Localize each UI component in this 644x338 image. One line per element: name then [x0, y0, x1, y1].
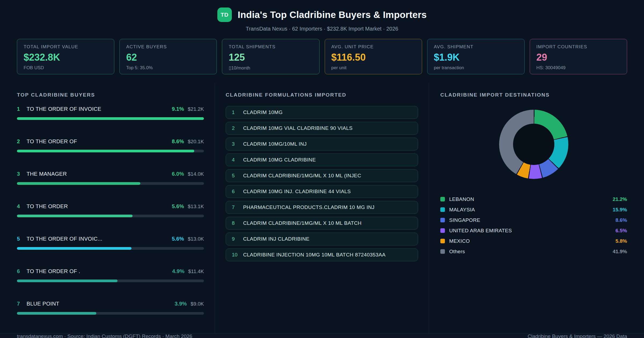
buyer-row: 2 TO THE ORDER OF 8.6% $20.1K [17, 138, 204, 152]
legend-row: MALAYSIA 15.9% [440, 204, 627, 215]
formulation-name: CLADRIM 10MG [243, 109, 283, 115]
buyer-bar-track [17, 150, 204, 152]
stat-sub: per transaction [434, 65, 518, 71]
buyer-rank: 1 [17, 106, 27, 112]
destinations-section-title: CLADRIBINE IMPORT DESTINATIONS [440, 92, 627, 98]
stat-value: 62 [126, 52, 210, 63]
buyer-name: TO THE ORDER OF INVOIC... [27, 236, 102, 242]
buyer-share: 6.0% [172, 171, 184, 177]
formulation-number: 1 [232, 109, 243, 115]
buyer-rank: 2 [17, 138, 27, 145]
buyer-bar-track [17, 247, 204, 250]
stat-sub: ▯10/month [229, 65, 313, 71]
stat-sub: HS: 30049049 [536, 65, 620, 71]
formulation-number: 10 [232, 252, 243, 258]
formulation-number: 6 [232, 189, 243, 194]
footer-source-text: transdatanexus.com · Source: Indian Cust… [17, 333, 192, 338]
legend-label: Others [449, 249, 465, 255]
stat-value: $116.50 [331, 52, 415, 63]
stat-card-import-countries: IMPORT COUNTRIES 29 HS: 30049049 [530, 39, 627, 74]
legend-percent: 41.9% [613, 249, 627, 255]
buyer-row: 7 BLUE POINT 3.9% $9.0K [17, 301, 204, 315]
stat-card-total-import-value: TOTAL IMPORT VALUE $232.8K FOB USD [17, 39, 114, 74]
buyer-bar-track [17, 215, 204, 217]
formulation-number: 4 [232, 157, 243, 163]
buyers-section-title: TOP CLADRIBINE BUYERS [17, 92, 204, 98]
formulation-number: 3 [232, 141, 243, 147]
buyer-rank: 4 [17, 203, 27, 210]
buyer-rank: 3 [17, 171, 27, 177]
legend-label: SINGAPORE [449, 217, 480, 223]
stat-card-avg-shipment: AVG. SHIPMENT $1.9K per transaction [427, 39, 525, 74]
buyer-value: $21.2K [188, 106, 204, 112]
buyer-name: TO THE ORDER OF . [27, 268, 80, 274]
buyer-value: $13.0K [188, 236, 204, 242]
stat-card-total-shipments: TOTAL SHIPMENTS 125 ▯10/month [222, 39, 319, 74]
buyer-bar-fill [17, 215, 133, 217]
panel-top-buyers: TOP CLADRIBINE BUYERS 1 TO THE ORDER OF … [0, 83, 215, 333]
formulation-name: PHARMACEUTICAL PRODUCTS.CLADRIM 10 MG IN… [243, 204, 375, 210]
stat-sub: FOB USD [24, 65, 108, 71]
legend-row: LEBANON 21.2% [440, 194, 627, 204]
buyer-bar-fill [17, 117, 204, 120]
buyer-row: 5 TO THE ORDER OF INVOIC... 5.6% $13.0K [17, 236, 204, 250]
legend-row: SINGAPORE 8.6% [440, 215, 627, 225]
buyer-rank: 7 [17, 301, 27, 307]
formulation-item: 4 CLADRIM 10MG CLADRIBINE [226, 153, 418, 166]
stat-label: TOTAL SHIPMENTS [229, 44, 313, 50]
buyer-name: TO THE ORDER OF [27, 138, 77, 145]
formulation-item: 8 CLADRIM CLADRIBINE/1MG/ML X 10 ML BATC… [226, 217, 418, 230]
legend-swatch [440, 207, 445, 212]
legend-label: UNITED ARAB EMIRATES [449, 228, 512, 234]
legend-percent: 15.9% [613, 207, 627, 213]
legend-swatch [440, 218, 445, 222]
stat-label: AVG. UNIT PRICE [331, 44, 415, 50]
stat-label: AVG. SHIPMENT [434, 44, 518, 50]
legend-label: MEXICO [449, 238, 470, 244]
legend-swatch [440, 239, 445, 243]
brand-badge: TD [217, 8, 232, 22]
formulations-section-title: CLADRIBINE FORMULATIONS IMPORTED [226, 92, 418, 98]
legend-swatch [440, 197, 445, 201]
stat-value: $1.9K [434, 52, 518, 63]
stat-value: 29 [536, 52, 620, 63]
stat-value: 125 [229, 52, 313, 63]
stat-label: IMPORT COUNTRIES [536, 44, 620, 50]
formulation-name: CLADRIM 10MG/10ML INJ [243, 141, 307, 147]
stat-label: ACTIVE BUYERS [126, 44, 210, 50]
buyer-value: $9.0K [191, 301, 204, 307]
buyer-bar-track [17, 312, 204, 315]
main-panels: TOP CLADRIBINE BUYERS 1 TO THE ORDER OF … [0, 83, 644, 333]
buyer-value: $14.0K [188, 171, 204, 177]
formulation-item: 2 CLADRIM 10MG VIAL CLADRIBINE 90 VIALS [226, 122, 418, 135]
stat-value: $232.8K [24, 52, 108, 63]
formulation-item: 3 CLADRIM 10MG/10ML INJ [226, 138, 418, 150]
buyer-row: 6 TO THE ORDER OF . 4.9% $11.4K [17, 268, 204, 282]
buyers-bar-chart: 1 TO THE ORDER OF INVOICE 9.1% $21.2K 2 … [17, 106, 204, 315]
buyer-row: 1 TO THE ORDER OF INVOICE 9.1% $21.2K [17, 106, 204, 120]
legend-swatch [440, 228, 445, 233]
formulation-item: 5 CLADRIM CLADRIBINE/1MG/ML X 10 ML (INJ… [226, 169, 418, 182]
panel-destinations: CLADRIBINE IMPORT DESTINATIONS LEBANON 2… [429, 83, 644, 333]
stat-cards-row: TOTAL IMPORT VALUE $232.8K FOB USD ACTIV… [17, 39, 627, 74]
legend-row: Others 41.9% [440, 246, 627, 257]
buyer-share: 3.9% [175, 301, 187, 307]
legend-percent: 8.6% [616, 217, 627, 223]
formulation-number: 2 [232, 125, 243, 131]
formulation-item: 9 CLADRIM INJ CLADRIBINE [226, 233, 418, 245]
buyer-bar-track [17, 117, 204, 120]
formulation-number: 8 [232, 220, 243, 226]
panel-formulations: CLADRIBINE FORMULATIONS IMPORTED 1 CLADR… [215, 83, 429, 333]
buyer-bar-track [17, 280, 204, 282]
formulations-list: 1 CLADRIM 10MG 2 CLADRIM 10MG VIAL CLADR… [226, 106, 418, 261]
buyer-name: TO THE ORDER OF INVOICE [27, 106, 101, 112]
stat-card-avg-unit-price: AVG. UNIT PRICE $116.50 per unit [325, 39, 422, 74]
buyer-share: 4.9% [172, 268, 185, 274]
buyer-rank: 5 [17, 236, 27, 242]
buyer-row: 4 TO THE ORDER 5.6% $13.1K [17, 203, 204, 217]
formulation-number: 5 [232, 173, 243, 179]
legend-swatch [440, 249, 445, 254]
legend-percent: 6.5% [616, 228, 627, 234]
formulation-item: 7 PHARMACEUTICAL PRODUCTS.CLADRIM 10 MG … [226, 201, 418, 214]
legend-row: UNITED ARAB EMIRATES 6.5% [440, 225, 627, 236]
